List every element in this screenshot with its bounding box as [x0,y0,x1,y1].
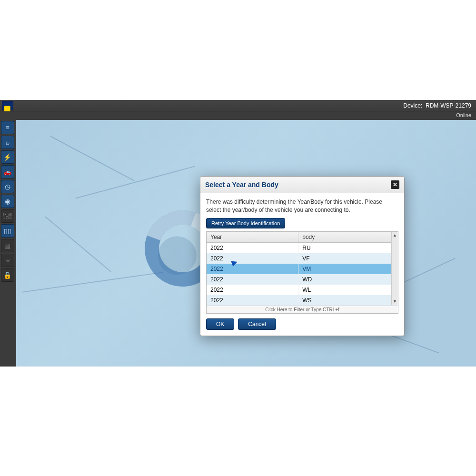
sidebar-item-menu[interactable]: ≡ [1,121,14,134]
sidebar: ≡ ⌕ ⚡ 🚗 ◷ ◉ fix_d81 7E0 ▯▯ ▦ ⎃ 🔒 [0,111,15,367]
select-year-body-dialog: Select a Year and Body ✕ There was diffi… [200,176,405,336]
table-row[interactable]: 2022RU [207,242,398,253]
cell-year: 2022 [207,285,298,295]
table-scrollbar[interactable] [391,232,398,305]
app-window: Device: RDM-WSP-21279 Online ≡ ⌕ ⚡ 🚗 ◷ ◉… [0,100,476,367]
cell-body: VM [298,264,398,274]
sidebar-item-lock[interactable]: 🔒 [1,268,14,282]
cell-body: WS [298,295,398,306]
dialog-title: Select a Year and Body [205,181,391,188]
cell-year: 2022 [207,274,298,285]
cell-body: WL [298,285,398,295]
ok-button[interactable]: OK [206,318,234,330]
titlebar: Device: RDM-WSP-21279 [0,100,476,111]
status-bar: Online [451,111,476,120]
close-icon: ✕ [393,182,397,188]
sidebar-item-bolt[interactable]: ⚡ [1,150,14,164]
device-name: RDM-WSP-21279 [426,102,471,109]
dialog-body: There was difficulty determining the Yea… [200,193,404,336]
table-row[interactable]: 2022WS [207,295,398,306]
sidebar-item-columns[interactable]: ▯▯ [1,224,14,238]
connection-status: Online [456,112,471,118]
sidebar-item-signal[interactable]: ◉ [1,195,14,208]
filter-hint[interactable]: Click Here to Filter or Type CTRL+f [207,306,398,313]
dialog-message: There was difficulty determining the Yea… [206,198,398,214]
dialog-close-button[interactable]: ✕ [391,180,399,189]
column-header-year[interactable]: Year [207,232,298,243]
app-icon [2,101,13,110]
cell-body: VF [298,253,398,264]
device-label: Device: [403,102,422,109]
sidebar-item-hex[interactable]: fix_d81 7E0 [1,209,14,223]
column-header-body[interactable]: body [298,232,398,243]
sidebar-item-gauge[interactable]: ◷ [1,180,14,193]
cell-body: RU [298,242,398,253]
table-row[interactable]: 2022WD [207,274,398,285]
sidebar-item-car[interactable]: 🚗 [1,165,14,178]
cell-body: WD [298,274,398,285]
year-body-table: Year body 2022RU2022VF2022VM2022WD2022WL… [206,231,398,314]
dialog-header: Select a Year and Body ✕ [200,177,404,193]
cell-year: 2022 [207,253,298,264]
sidebar-item-flow[interactable]: ⎃ [1,254,14,267]
table-row[interactable]: 2022WL [207,285,398,295]
cell-year: 2022 [207,242,298,253]
cancel-button[interactable]: Cancel [238,318,276,330]
cell-year: 2022 [207,264,298,274]
retry-identification-button[interactable]: Retry Year Body Identification [206,218,285,228]
sidebar-item-grid[interactable]: ▦ [1,239,14,252]
sidebar-item-search[interactable]: ⌕ [1,136,14,149]
cell-year: 2022 [207,295,298,306]
